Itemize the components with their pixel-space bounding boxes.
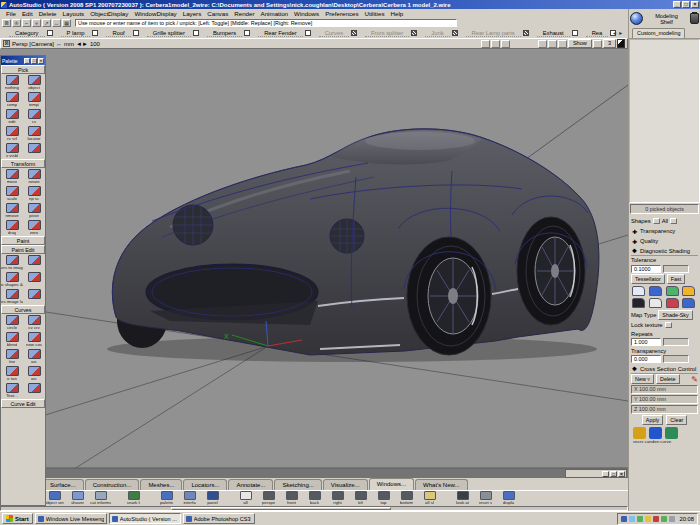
trash-icon[interactable] <box>690 13 699 24</box>
maximize-icon[interactable]: □ <box>682 1 690 8</box>
collapse-icon[interactable]: ❖ <box>631 365 638 372</box>
layer-checkbox[interactable] <box>523 30 529 36</box>
apply-button[interactable]: Apply <box>642 415 664 425</box>
palette-tool[interactable]: blend <box>1 331 23 348</box>
shelf-item[interactable]: palette <box>156 491 177 505</box>
layer-toggle[interactable]: Exhaust <box>534 30 581 37</box>
shelf-tool-icon[interactable] <box>665 427 678 439</box>
diagnostic-shade-icon[interactable] <box>649 298 662 308</box>
layer-toggle[interactable]: Junk <box>422 30 460 37</box>
palette-section-header[interactable]: Curve Edit <box>1 399 45 408</box>
menu-item[interactable]: File <box>3 10 19 17</box>
menu-item[interactable]: Layers <box>180 10 205 17</box>
layer-checkbox[interactable] <box>244 30 250 36</box>
view-close-icon[interactable]: ⊠ <box>3 40 10 47</box>
palette-tool[interactable]: nothing <box>1 74 23 91</box>
menu-item[interactable]: Render <box>231 10 257 17</box>
layer-toggle[interactable]: Bumpers <box>204 30 253 37</box>
palette-tool[interactable]: templ <box>23 91 45 108</box>
palette-tool[interactable]: move <box>1 168 23 185</box>
palette-tool[interactable]: v visbl <box>1 142 23 159</box>
expand-icon[interactable]: ✚ <box>631 238 638 245</box>
layer-toggle[interactable]: Rear Fender <box>255 30 314 37</box>
palette-section-header[interactable]: Paint <box>1 236 45 245</box>
tray-icon[interactable] <box>669 516 675 522</box>
tray-icon[interactable] <box>621 516 627 522</box>
minimize-icon[interactable]: _ <box>673 1 681 8</box>
minimize-icon[interactable]: _ <box>602 471 609 477</box>
menu-item[interactable]: Help <box>388 10 407 17</box>
palette-tool[interactable] <box>23 382 45 399</box>
toolbar-icon[interactable]: ~ <box>22 19 31 27</box>
diagnostic-shade-icon[interactable] <box>632 286 645 296</box>
palette-tool[interactable]: comp <box>1 91 23 108</box>
tray-icon[interactable] <box>653 516 659 522</box>
layer-checkbox[interactable] <box>351 30 357 36</box>
palette-section-header[interactable]: Paint Edit <box>1 245 45 254</box>
layer-toggle[interactable]: P lamp <box>58 30 102 37</box>
shelf-item[interactable]: right <box>327 491 348 505</box>
menu-item[interactable]: ObjectDisplay <box>87 10 131 17</box>
shading-icon[interactable] <box>481 40 490 48</box>
shelf-item[interactable]: displa <box>498 491 519 505</box>
layers-icon[interactable] <box>548 40 557 48</box>
menu-item[interactable]: Utilities <box>362 10 388 17</box>
layer-checkbox[interactable] <box>133 30 139 36</box>
palette-tool[interactable]: arc <box>23 365 45 382</box>
minimize-icon[interactable]: _ <box>24 58 30 64</box>
diagnostic-shade-icon[interactable] <box>682 286 695 296</box>
axis-value-field[interactable]: X 100.00 mm <box>631 385 698 394</box>
diagnostic-shade-icon[interactable] <box>682 298 695 308</box>
menu-item[interactable]: Delete <box>36 10 60 17</box>
palette-tool[interactable]: object <box>23 74 45 91</box>
axis-value-field[interactable]: Y 100.00 mm <box>631 395 698 404</box>
palette-tool[interactable] <box>23 271 45 288</box>
palette-section-header[interactable]: Pick <box>1 65 45 74</box>
diagnostic-shade-icon[interactable] <box>666 286 679 296</box>
taskbar-app-button[interactable]: AutoStudio ( Version ... <box>109 513 181 524</box>
globe-icon[interactable] <box>630 12 643 25</box>
palette-tool[interactable]: ors to image <box>1 254 23 271</box>
shelf-item[interactable]: cat informa <box>90 491 111 505</box>
menu-item[interactable]: Edit <box>19 10 36 17</box>
taskbar-app-button[interactable]: Adobe Photoshop CS3 E... <box>183 513 255 524</box>
maximize-icon[interactable]: □ <box>31 58 37 64</box>
palette-titlebar[interactable]: Palette _ □ × <box>1 56 45 65</box>
palette-tool[interactable]: e tan <box>1 365 23 382</box>
shelf-item[interactable]: panel <box>202 491 223 505</box>
shelf-item[interactable]: shaver <box>67 491 88 505</box>
toolbar-icon[interactable]: ⊠ <box>2 19 11 27</box>
shelf-item[interactable]: all sl <box>419 491 440 505</box>
collapsed-group[interactable]: ✚ Quality <box>631 236 698 246</box>
transparency-input[interactable]: 0.000 <box>631 355 661 363</box>
cross-section-section[interactable]: ❖ Cross Section Control <box>631 364 698 374</box>
diagnostic-shade-icon[interactable] <box>632 298 645 308</box>
shelf-item[interactable]: interfa <box>179 491 200 505</box>
layer-checkbox[interactable] <box>92 30 98 36</box>
shelf-item[interactable]: perspe <box>258 491 279 505</box>
shelf-item[interactable]: left <box>350 491 371 505</box>
palette-tool[interactable] <box>23 254 45 271</box>
palette-tool[interactable]: pivot <box>23 202 45 219</box>
shelf-tab[interactable]: Sketching... <box>274 479 321 490</box>
repeats-input[interactable]: 1.000 <box>631 338 661 346</box>
shelf-tab[interactable]: Visualize... <box>323 479 368 490</box>
taskbar-app-button[interactable]: Windows Live Messenger <box>35 513 107 524</box>
delete-button[interactable]: Delete <box>656 374 680 384</box>
shelf-item[interactable]: bottom <box>396 491 417 505</box>
tray-icon[interactable] <box>645 516 651 522</box>
palette-section-header[interactable]: Transform <box>1 159 45 168</box>
palette-tool[interactable]: drag <box>1 219 23 236</box>
palette-tool[interactable]: scale <box>1 185 23 202</box>
layer-checkbox[interactable] <box>452 30 458 36</box>
transparency-slider[interactable] <box>663 355 689 363</box>
menu-item[interactable]: WindowDisplay <box>131 10 179 17</box>
all-checkbox[interactable] <box>670 218 677 224</box>
close-icon[interactable]: × <box>691 1 699 8</box>
axis-value-field[interactable]: Z 100.00 mm <box>631 405 698 414</box>
panels-icon[interactable] <box>558 40 567 48</box>
lock-texture-checkbox[interactable] <box>665 322 672 328</box>
new-button[interactable]: New ▿ <box>631 374 654 384</box>
palette-tool[interactable]: cv crv <box>23 314 45 331</box>
close-icon[interactable]: × <box>38 58 44 64</box>
